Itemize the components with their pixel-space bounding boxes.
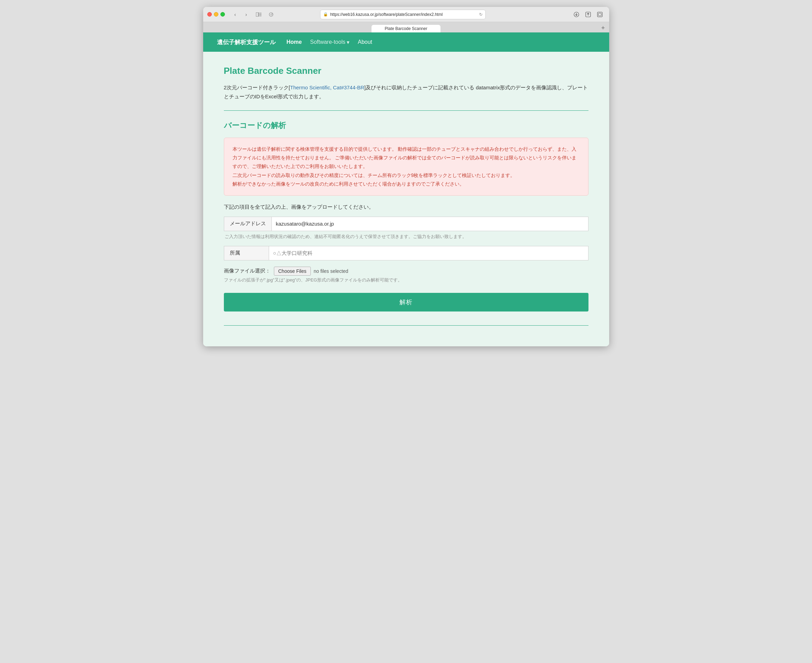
section-divider-top — [224, 110, 589, 111]
share-button[interactable] — [583, 10, 593, 19]
secure-icon: 🔒 — [323, 12, 328, 16]
choose-files-button[interactable]: Choose Files — [274, 267, 311, 276]
forward-button[interactable]: › — [241, 10, 251, 19]
sidebar-toggle-button[interactable] — [254, 10, 264, 19]
nav-buttons: ‹ › — [230, 10, 251, 19]
thermo-scientific-link[interactable]: Thermo Scientific, Cat#3744-BR — [290, 84, 364, 91]
active-tab[interactable]: Plate Barcode Scanner — [372, 25, 440, 32]
affiliation-input[interactable] — [269, 246, 589, 260]
svg-rect-11 — [598, 13, 601, 16]
dropdown-arrow-icon: ▾ — [347, 39, 349, 45]
new-tab-button[interactable] — [595, 10, 605, 19]
intro-text: 2次元バーコード付きラック[Thermo Scientific, Cat#374… — [224, 83, 589, 101]
nav-link-home[interactable]: Home — [287, 39, 302, 45]
minimize-button[interactable] — [214, 12, 218, 16]
reload-icon: ↻ — [479, 12, 482, 17]
maximize-button[interactable] — [220, 12, 225, 16]
tab-title: Plate Barcode Scanner — [385, 26, 427, 31]
email-hint: ご入力頂いた情報は利用状況の確認のため、連結不可能匿名化のうえで保管させて頂きま… — [224, 234, 589, 240]
site-brand: 遺伝子解析支援ツール — [217, 38, 276, 46]
file-input-container: Choose Files no files selected — [274, 267, 348, 276]
affiliation-row: 所属 — [224, 246, 589, 260]
file-row: 画像ファイル選択： Choose Files no files selected — [224, 267, 589, 276]
download-button[interactable] — [572, 10, 581, 19]
section-title: バーコードの解析 — [224, 120, 589, 131]
main-content: Plate Barcode Scanner 2次元バーコード付きラック[Ther… — [203, 52, 609, 346]
nav-link-about[interactable]: About — [358, 39, 372, 45]
intro-text-before-link: 2次元バーコード付きラック[ — [224, 84, 290, 91]
browser-actions — [572, 10, 605, 19]
affiliation-label: 所属 — [224, 246, 269, 260]
page-title: Plate Barcode Scanner — [224, 66, 589, 76]
email-label: メールアドレス — [224, 217, 272, 231]
refresh-button[interactable]: ↺ — [266, 10, 276, 19]
file-hint: ファイルの拡張子が".jpg"又は".jpeg"の、JPEG形式の画像ファイルを… — [224, 277, 589, 283]
file-label: 画像ファイル選択： — [224, 268, 270, 274]
nav-link-software-tools[interactable]: Software-tools ▾ — [310, 39, 349, 45]
browser-titlebar: ‹ › ↺ 🔒 https://web16.kazusa.or.jp/softw… — [203, 7, 609, 22]
warning-text: 本ツールは遺伝子解析に関する検体管理を支援する目的で提供しています。 動作確認は… — [233, 146, 577, 187]
traffic-lights — [207, 12, 225, 16]
email-input[interactable] — [272, 217, 589, 231]
site-navbar: 遺伝子解析支援ツール Home Software-tools ▾ About — [203, 32, 609, 52]
url-text: https://web16.kazusa.or.jp/software/plat… — [330, 12, 477, 17]
svg-rect-0 — [256, 13, 258, 16]
svg-text:↺: ↺ — [270, 13, 272, 16]
svg-rect-10 — [597, 12, 602, 17]
browser-window: ‹ › ↺ 🔒 https://web16.kazusa.or.jp/softw… — [203, 7, 609, 346]
submit-button[interactable]: 解析 — [224, 293, 589, 312]
new-tab-icon[interactable]: + — [601, 25, 605, 31]
tab-bar: Plate Barcode Scanner + — [203, 22, 609, 32]
form-instruction: 下記の項目を全て記入の上、画像をアップロードしてください。 — [224, 204, 589, 210]
close-button[interactable] — [207, 12, 212, 16]
warning-box: 本ツールは遺伝子解析に関する検体管理を支援する目的で提供しています。 動作確認は… — [224, 137, 589, 196]
section-divider-bottom — [224, 325, 589, 326]
no-file-selected-text: no files selected — [314, 268, 348, 274]
back-button[interactable]: ‹ — [230, 10, 240, 19]
nav-links: Home Software-tools ▾ About — [287, 39, 372, 45]
email-row: メールアドレス — [224, 217, 589, 231]
address-bar[interactable]: 🔒 https://web16.kazusa.or.jp/software/pl… — [320, 10, 486, 19]
